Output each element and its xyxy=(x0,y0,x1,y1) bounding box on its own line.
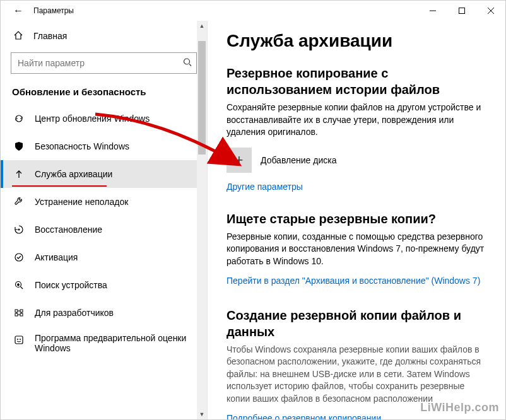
developers-icon xyxy=(13,307,25,318)
sidebar-item-recovery[interactable]: Восстановление xyxy=(1,216,207,243)
sidebar-item-troubleshoot[interactable]: Устранение неполадок xyxy=(1,188,207,216)
svg-line-10 xyxy=(21,287,23,289)
nav-label: Для разработчиков xyxy=(35,308,207,318)
sidebar-item-developers[interactable]: Для разработчиков xyxy=(1,299,207,327)
nav-label: Активация xyxy=(35,252,207,262)
activation-icon xyxy=(13,252,25,263)
sidebar-item-windows-update[interactable]: Центр обновления Windows xyxy=(1,105,207,132)
watermark: LiWiHelp.com xyxy=(420,401,499,414)
nav-label: Центр обновления Windows xyxy=(35,114,207,124)
section-old-backups-title: Ищете старые резервные копии? xyxy=(227,211,490,227)
search-input[interactable] xyxy=(11,52,197,74)
nav-label: Устранение неполадок xyxy=(35,197,207,207)
back-button[interactable]: ← xyxy=(6,1,31,21)
nav-label: Безопасность Windows xyxy=(35,141,207,151)
content: Служба архивации Резервное копирование с… xyxy=(208,21,505,419)
svg-rect-12 xyxy=(20,310,23,312)
svg-point-7 xyxy=(18,229,20,231)
more-options-link[interactable]: Другие параметры xyxy=(227,182,303,192)
sidebar-scrollbar[interactable]: ▲ ▼ xyxy=(197,21,207,419)
wrench-icon xyxy=(13,196,25,207)
section-create-backup-title: Создание резервной копии файлов и данных xyxy=(227,307,490,340)
nav-label: Поиск устройства xyxy=(35,280,207,290)
sidebar-home[interactable]: Главная xyxy=(1,23,207,49)
add-drive-label: Добавление диска xyxy=(261,155,336,165)
search-wrap xyxy=(11,52,197,74)
svg-point-21 xyxy=(20,339,21,340)
sync-icon xyxy=(13,113,25,124)
window-title: Параметры xyxy=(33,6,74,15)
sidebar: Главная Обновление и безопасность Центр … xyxy=(1,21,208,419)
sidebar-item-insider[interactable]: Программа предварительной оценки Windows xyxy=(1,327,207,359)
titlebar: ← Параметры xyxy=(1,1,505,21)
svg-point-20 xyxy=(17,339,18,340)
backup-icon xyxy=(13,168,25,180)
section-file-history-title: Резервное копирование с использованием и… xyxy=(227,65,490,98)
sidebar-item-find-device[interactable]: Поиск устройства xyxy=(1,271,207,299)
sidebar-item-activation[interactable]: Активация xyxy=(1,243,207,271)
nav-label: Служба архивации xyxy=(35,169,207,179)
svg-rect-1 xyxy=(459,8,465,14)
svg-point-8 xyxy=(15,254,23,261)
svg-rect-11 xyxy=(15,310,18,312)
red-underline-annotation xyxy=(12,185,107,187)
plus-icon: + xyxy=(227,148,252,173)
nav-label: Программа предварительной оценки Windows xyxy=(35,333,207,353)
sidebar-group-header: Обновление и безопасность xyxy=(1,81,207,105)
create-backup-link[interactable]: Подробнее о резервном копировании xyxy=(227,413,381,419)
scroll-down-icon[interactable]: ▼ xyxy=(197,409,207,419)
svg-rect-13 xyxy=(15,313,18,316)
home-icon xyxy=(13,30,23,42)
insider-icon xyxy=(13,334,25,346)
old-backups-link[interactable]: Перейти в раздел "Архивация и восстановл… xyxy=(227,276,480,286)
recovery-icon xyxy=(13,224,25,235)
scroll-up-icon[interactable]: ▲ xyxy=(197,21,207,31)
nav-label: Восстановление xyxy=(35,225,207,235)
svg-rect-19 xyxy=(15,336,23,344)
shield-icon xyxy=(13,141,25,152)
page-title: Служба архивации xyxy=(227,31,490,51)
section-file-history-body: Сохраняйте резервные копии файлов на дру… xyxy=(227,102,490,139)
scrollbar-thumb[interactable] xyxy=(198,41,206,155)
sidebar-item-windows-security[interactable]: Безопасность Windows xyxy=(1,132,207,160)
svg-rect-14 xyxy=(20,313,23,316)
sidebar-item-backup[interactable]: Служба архивации xyxy=(1,160,207,188)
minimize-button[interactable] xyxy=(418,1,447,21)
find-device-icon xyxy=(13,279,25,291)
sidebar-home-label: Главная xyxy=(33,31,67,41)
section-old-backups-body: Резервные копии, созданные с помощью сре… xyxy=(227,231,490,268)
maximize-button[interactable] xyxy=(447,1,476,21)
close-button[interactable] xyxy=(476,1,505,21)
add-drive-button[interactable]: + Добавление диска xyxy=(227,148,490,173)
section-create-backup-body: Чтобы Windows сохраняла резервные копии … xyxy=(227,344,490,405)
